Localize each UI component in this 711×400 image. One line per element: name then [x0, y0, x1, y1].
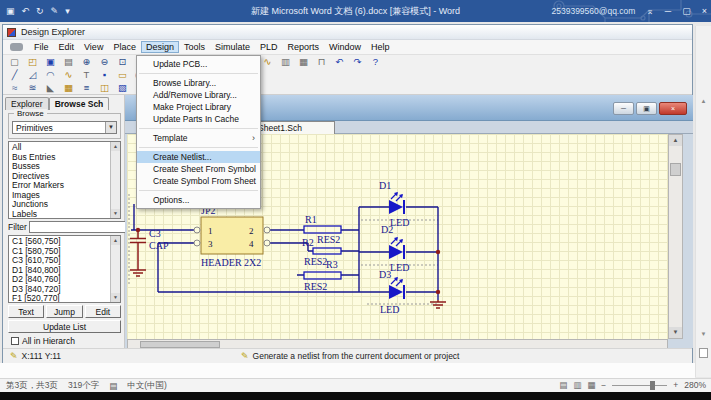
bus-tool-icon[interactable]: ≋ — [26, 82, 39, 94]
dropdown-arrow-icon[interactable]: ▼ — [105, 122, 116, 133]
component-c3-capacitor[interactable] — [130, 230, 146, 276]
menu-help[interactable]: Help — [366, 41, 395, 53]
undo-icon[interactable]: ↶ — [22, 6, 30, 16]
scroll-up-icon[interactable]: ▲ — [669, 135, 682, 146]
scroll-up-icon[interactable]: ▲ — [696, 98, 711, 104]
help-icon[interactable]: ? — [369, 56, 382, 68]
menu-item-template[interactable]: Template› — [137, 132, 260, 144]
net-label-icon[interactable]: ▦ — [62, 82, 75, 94]
web-layout-icon[interactable]: ▦ — [587, 380, 595, 390]
zoom-out-icon[interactable]: − — [601, 380, 606, 390]
list-item[interactable]: F1 [520,770] — [12, 294, 108, 303]
menu-pld[interactable]: PLD — [255, 41, 283, 53]
sheet-symbol-icon[interactable]: ▧ — [116, 82, 129, 94]
save-icon[interactable]: ▣ — [6, 6, 15, 16]
menu-place[interactable]: Place — [108, 41, 141, 53]
zoom-in-icon[interactable]: ⊕ — [80, 56, 93, 68]
doc-restore-icon[interactable]: ▣ — [636, 102, 657, 115]
open-icon[interactable]: ◰ — [26, 56, 39, 68]
new-sheet-icon[interactable]: ▢ — [8, 56, 21, 68]
print-layout-icon[interactable]: ▥ — [573, 380, 581, 390]
rect-icon[interactable]: ▭ — [116, 69, 129, 81]
probe-current-icon[interactable]: ▦ — [297, 56, 310, 68]
digital-step-icon[interactable]: ⊓ — [315, 56, 328, 68]
redo-icon[interactable]: ↻ — [36, 6, 44, 16]
draw-arc-icon[interactable]: ◠ — [44, 69, 57, 81]
menu-item-browse-library[interactable]: Browse Library... — [137, 77, 260, 89]
scrollbar-thumb[interactable] — [140, 341, 220, 348]
scroll-down-icon[interactable]: ▼ — [111, 293, 120, 302]
wire-tool-icon[interactable]: ≈ — [8, 82, 21, 94]
canvas-vertical-scrollbar[interactable]: ▲ ▼ — [668, 134, 683, 339]
draw-polygon-icon[interactable]: ◿ — [26, 69, 39, 81]
redo-icon[interactable]: ↷ — [351, 56, 364, 68]
component-list[interactable]: C1 [560,750] C1 [580,750] C3 [610,750] D… — [8, 235, 121, 303]
menu-item-create-symbol-from-sheet[interactable]: Create Symbol From Sheet — [137, 175, 260, 187]
component-jp2-connector[interactable]: 1 2 3 4 JP2 HEADER 2X2 — [194, 205, 270, 268]
tab-browse-sch[interactable]: Browse Sch — [49, 97, 110, 110]
menu-simulate[interactable]: Simulate — [210, 41, 255, 53]
ground-tool-icon[interactable]: ≡ — [80, 82, 93, 94]
scroll-down-icon[interactable]: ▼ — [696, 331, 711, 337]
draw-curve-icon[interactable]: ∿ — [62, 69, 75, 81]
ribbon-display-options-icon[interactable]: ⌅ — [646, 6, 654, 16]
word-count[interactable]: 319个字 — [68, 380, 99, 392]
draw-icon[interactable]: ✎ — [51, 6, 59, 16]
zoom-percentage[interactable]: 280% — [684, 380, 706, 390]
select-browse-object-icon[interactable] — [699, 348, 708, 358]
zoom-out-icon[interactable]: ⊖ — [98, 56, 111, 68]
menu-item-create-netlist[interactable]: Create Netlist... — [137, 151, 260, 163]
read-mode-icon[interactable]: ▤ — [559, 380, 567, 390]
jump-button[interactable]: Jump — [46, 305, 82, 318]
menu-item-options[interactable]: Options... — [137, 194, 260, 206]
proofing-icon[interactable]: ▤ — [109, 381, 117, 391]
simulate-wave-icon[interactable]: ∿ — [261, 56, 274, 68]
close-icon[interactable]: × — [702, 6, 707, 16]
list-scrollbar[interactable]: ▲ ▼ — [110, 236, 120, 302]
print-icon[interactable]: ▤ — [62, 56, 75, 68]
maximize-icon[interactable]: ▢ — [682, 6, 691, 16]
menu-design[interactable]: Design — [141, 41, 179, 53]
primitives-dropdown[interactable]: Primitives ▼ — [12, 121, 117, 134]
menu-view[interactable]: View — [79, 41, 108, 53]
page-indicator[interactable]: 第3页，共3页 — [6, 380, 58, 392]
edit-button[interactable]: Edit — [85, 305, 121, 318]
customize-quick-access-icon[interactable]: ▾ — [65, 6, 70, 16]
undo-icon[interactable]: ↶ — [333, 56, 346, 68]
minimize-icon[interactable]: ─ — [665, 6, 671, 16]
menu-item-update-pcb[interactable]: Update PCB... — [137, 58, 260, 70]
doc-minimize-icon[interactable]: ─ — [613, 102, 634, 115]
text-tool-icon[interactable]: T — [80, 69, 93, 81]
app-titlebar[interactable]: Design Explorer — [3, 25, 692, 40]
menu-window[interactable]: Window — [324, 41, 366, 53]
save-icon[interactable]: ▣ — [44, 56, 57, 68]
menu-tools[interactable]: Tools — [179, 41, 210, 53]
menu-file[interactable]: File — [29, 41, 54, 53]
system-menu-icon[interactable] — [10, 43, 23, 51]
menu-item-update-parts-in-cache[interactable]: Update Parts In Cache — [137, 113, 260, 125]
component-d1-led[interactable]: D1 LED — [379, 180, 409, 228]
word-vertical-scrollbar[interactable]: ▲ ▼ — [695, 26, 711, 377]
probe-tool-icon[interactable]: ◣ — [44, 82, 57, 94]
scroll-down-icon[interactable]: ▼ — [669, 327, 682, 338]
scroll-down-icon[interactable]: ▼ — [111, 209, 120, 218]
doc-close-icon[interactable]: × — [659, 102, 687, 115]
scroll-up-icon[interactable]: ▲ — [111, 236, 120, 245]
zoom-in-icon[interactable]: + — [673, 380, 678, 390]
zoom-slider[interactable] — [612, 385, 667, 386]
part-tool-icon[interactable]: ◫ — [98, 82, 111, 94]
menu-edit[interactable]: Edit — [54, 41, 80, 53]
menu-item-add-remove-library[interactable]: Add/Remove Library... — [137, 89, 260, 101]
update-list-button[interactable]: Update List — [8, 320, 121, 333]
scroll-up-icon[interactable]: ▲ — [111, 142, 120, 151]
filled-rect-icon[interactable]: ▪ — [98, 69, 111, 81]
list-scrollbar[interactable]: ▲ ▼ — [110, 142, 120, 218]
menu-item-create-sheet-from-symbol[interactable]: Create Sheet From Symbol — [137, 163, 260, 175]
zoom-document-icon[interactable]: ⊡ — [116, 56, 129, 68]
menu-item-make-project-library[interactable]: Make Project Library — [137, 101, 260, 113]
probe-voltage-icon[interactable]: ▥ — [279, 56, 292, 68]
scrollbar-thumb[interactable] — [670, 163, 681, 176]
text-button[interactable]: Text — [8, 305, 44, 318]
zoom-slider-thumb[interactable] — [650, 381, 655, 390]
list-item[interactable]: Labels — [12, 210, 108, 220]
